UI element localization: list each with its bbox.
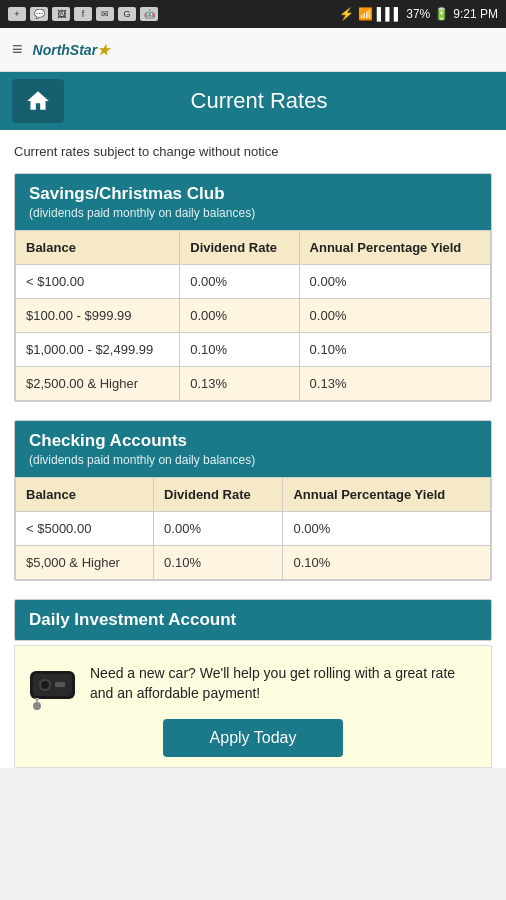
logo-bar: ≡ NorthStar★: [0, 28, 506, 72]
bluetooth-icon: ⚡: [339, 7, 354, 21]
row1-balance: < $100.00: [16, 265, 180, 299]
main-content: Current rates subject to change without …: [0, 130, 506, 768]
col-dividend: Dividend Rate: [154, 478, 283, 512]
photo-icon: 🖼: [52, 7, 70, 21]
status-bar-left: + 💬 🖼 f ✉ G 🤖: [8, 7, 158, 21]
apply-today-button[interactable]: Apply Today: [163, 719, 343, 757]
row3-balance: $1,000.00 - $2,499.99: [16, 333, 180, 367]
app-logo: NorthStar★: [33, 42, 111, 58]
row2-apy: 0.00%: [299, 299, 490, 333]
row3-apy: 0.10%: [299, 333, 490, 367]
row2-balance: $100.00 - $999.99: [16, 299, 180, 333]
messenger-icon: 💬: [30, 7, 48, 21]
table-row: $5,000 & Higher 0.10% 0.10%: [16, 546, 491, 580]
checking-subtitle: (dividends paid monthly on daily balance…: [29, 453, 477, 467]
col-apy: Annual Percentage Yield: [283, 478, 491, 512]
checking-row2-dividend: 0.10%: [154, 546, 283, 580]
svg-rect-1: [33, 674, 72, 696]
svg-point-5: [33, 702, 41, 710]
disclaimer-text: Current rates subject to change without …: [14, 144, 492, 159]
row1-dividend: 0.00%: [180, 265, 299, 299]
home-button[interactable]: [12, 79, 64, 123]
checking-row2-balance: $5,000 & Higher: [16, 546, 154, 580]
checking-table: Balance Dividend Rate Annual Percentage …: [15, 477, 491, 580]
battery-icon: 🔋: [434, 7, 449, 21]
savings-table: Balance Dividend Rate Annual Percentage …: [15, 230, 491, 401]
col-apy: Annual Percentage Yield: [299, 231, 490, 265]
row4-apy: 0.13%: [299, 367, 490, 401]
status-bar: + 💬 🖼 f ✉ G 🤖 ⚡ 📶 ▌▌▌ 37% 🔋 9:21 PM: [0, 0, 506, 28]
checking-title: Checking Accounts: [29, 431, 477, 451]
page-header: Current Rates: [0, 72, 506, 130]
row1-apy: 0.00%: [299, 265, 490, 299]
page-title: Current Rates: [76, 88, 442, 114]
savings-title: Savings/Christmas Club: [29, 184, 477, 204]
savings-subtitle: (dividends paid monthly on daily balance…: [29, 206, 477, 220]
status-bar-right: ⚡ 📶 ▌▌▌ 37% 🔋 9:21 PM: [339, 7, 498, 21]
time: 9:21 PM: [453, 7, 498, 21]
table-row: < $5000.00 0.00% 0.00%: [16, 512, 491, 546]
signal-icon: ▌▌▌: [377, 7, 403, 21]
savings-header-row: Balance Dividend Rate Annual Percentage …: [16, 231, 491, 265]
table-row: < $100.00 0.00% 0.00%: [16, 265, 491, 299]
ad-banner: Need a new car? We'll help you get rolli…: [14, 645, 492, 768]
add-icon: +: [8, 7, 26, 21]
table-row: $2,500.00 & Higher 0.13% 0.13%: [16, 367, 491, 401]
checking-row1-apy: 0.00%: [283, 512, 491, 546]
checking-row1-balance: < $5000.00: [16, 512, 154, 546]
android-icon: 🤖: [140, 7, 158, 21]
savings-header: Savings/Christmas Club (dividends paid m…: [15, 174, 491, 230]
logo-name: NorthStar: [33, 42, 98, 58]
battery-percent: 37%: [406, 7, 430, 21]
menu-icon[interactable]: ≡: [12, 39, 23, 60]
daily-investment-section: Daily Investment Account: [14, 599, 492, 641]
checking-section: Checking Accounts (dividends paid monthl…: [14, 420, 492, 581]
facebook-icon: f: [74, 7, 92, 21]
ad-content: Need a new car? We'll help you get rolli…: [25, 656, 481, 711]
table-row: $100.00 - $999.99 0.00% 0.00%: [16, 299, 491, 333]
col-dividend: Dividend Rate: [180, 231, 299, 265]
svg-rect-4: [55, 682, 65, 687]
checking-header: Checking Accounts (dividends paid monthl…: [15, 421, 491, 477]
savings-section: Savings/Christmas Club (dividends paid m…: [14, 173, 492, 402]
mail-icon: ✉: [96, 7, 114, 21]
row3-dividend: 0.10%: [180, 333, 299, 367]
col-balance: Balance: [16, 478, 154, 512]
checking-row1-dividend: 0.00%: [154, 512, 283, 546]
table-row: $1,000.00 - $2,499.99 0.10% 0.10%: [16, 333, 491, 367]
checking-row2-apy: 0.10%: [283, 546, 491, 580]
row4-balance: $2,500.00 & Higher: [16, 367, 180, 401]
svg-point-3: [41, 681, 49, 689]
good-icon: G: [118, 7, 136, 21]
daily-investment-header: Daily Investment Account: [15, 600, 491, 640]
ad-text: Need a new car? We'll help you get rolli…: [90, 664, 481, 703]
col-balance: Balance: [16, 231, 180, 265]
daily-investment-title: Daily Investment Account: [29, 610, 477, 630]
logo-star: ★: [97, 42, 110, 58]
car-key-icon: [25, 656, 80, 711]
row4-dividend: 0.13%: [180, 367, 299, 401]
checking-header-row: Balance Dividend Rate Annual Percentage …: [16, 478, 491, 512]
wifi-icon: 📶: [358, 7, 373, 21]
row2-dividend: 0.00%: [180, 299, 299, 333]
home-icon: [25, 88, 51, 114]
